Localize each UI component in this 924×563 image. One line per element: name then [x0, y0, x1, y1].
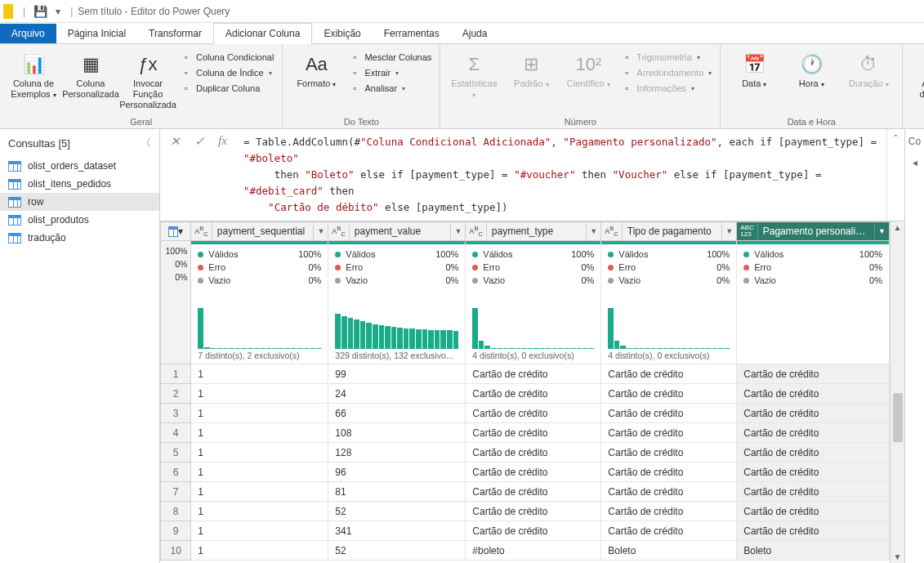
column-header[interactable]: ABCpayment_type▼ — [466, 222, 601, 241]
coluna-exemplos-button[interactable]: 📊Coluna deExemplos ▾ — [8, 47, 59, 101]
fx-icon[interactable]: fx — [218, 134, 227, 148]
table-row[interactable]: 41108Cartão de créditoCartão de créditoC… — [161, 423, 890, 443]
cell[interactable]: 1 — [191, 502, 328, 521]
tab-ajuda[interactable]: Ajuda — [451, 24, 499, 43]
column-header[interactable]: ABCpayment_sequential▼ — [191, 222, 328, 241]
cientifico-button[interactable]: 10²Científico ▾ — [563, 47, 614, 90]
cell[interactable]: Boleto — [601, 541, 737, 561]
row-number[interactable]: 9 — [161, 521, 191, 541]
column-header[interactable]: ABCpayment_value▼ — [328, 222, 466, 241]
extrair-button[interactable]: ▫Extrair — [348, 66, 431, 79]
cell[interactable]: Cartão de crédito — [737, 502, 890, 521]
cell[interactable]: Cartão de crédito — [601, 462, 737, 482]
cell[interactable]: 1 — [191, 443, 328, 462]
cell[interactable]: Cartão de crédito — [466, 404, 601, 423]
cell[interactable]: 1 — [191, 404, 328, 423]
cell[interactable]: Cartão de crédito — [737, 443, 890, 462]
formato-button[interactable]: AaFormato ▾ — [291, 47, 341, 90]
table-row[interactable]: 8152Cartão de créditoCartão de créditoCa… — [161, 502, 890, 521]
row-number[interactable]: 1 — [161, 364, 191, 384]
table-row[interactable]: 91341Cartão de créditoCartão de créditoC… — [161, 521, 890, 541]
cell[interactable]: 1 — [191, 482, 328, 502]
query-item[interactable]: row — [0, 193, 159, 211]
cell[interactable]: 52 — [328, 541, 466, 561]
row-number[interactable]: 8 — [161, 502, 191, 521]
scroll-down-icon[interactable]: ▼ — [891, 552, 904, 561]
cell[interactable]: Cartão de crédito — [466, 384, 601, 404]
estatisticas-button[interactable]: ΣEstatísticas ▾ — [449, 47, 499, 101]
table-row[interactable]: 10152#boletoBoletoBoleto — [161, 541, 890, 561]
cell[interactable]: Cartão de crédito — [601, 404, 737, 423]
tab-file[interactable]: Arquivo — [0, 24, 56, 43]
vertical-scrollbar[interactable]: ▲ ▼ — [890, 221, 904, 563]
table-row[interactable]: 2124Cartão de créditoCartão de créditoCa… — [161, 384, 890, 404]
query-item[interactable]: olist_itens_pedidos — [0, 175, 159, 193]
cell[interactable]: 1 — [191, 423, 328, 443]
cell[interactable]: Cartão de crédito — [466, 462, 601, 482]
tab-transformar[interactable]: Transformar — [137, 24, 213, 43]
column-header[interactable]: ABCTipo de pagamento▼ — [601, 222, 737, 241]
duplicar-coluna-button[interactable]: ▫Duplicar Coluna — [180, 82, 274, 95]
formula-text[interactable]: = Table.AddColumn(#"Coluna Condicional A… — [237, 129, 886, 221]
row-number[interactable]: 5 — [161, 443, 191, 462]
coluna-pers-button[interactable]: ▦ColunaPersonalizada — [65, 47, 116, 100]
cell[interactable]: Cartão de crédito — [601, 423, 737, 443]
cell[interactable]: Cartão de crédito — [466, 423, 601, 443]
cell[interactable]: 52 — [328, 502, 466, 521]
row-number[interactable]: 7 — [161, 482, 191, 502]
cell[interactable]: Cartão de crédito — [737, 462, 890, 482]
cell[interactable]: Cartão de crédito — [466, 482, 601, 502]
cell[interactable]: Cartão de crédito — [737, 482, 890, 502]
query-item[interactable]: olist_produtos — [0, 211, 159, 229]
scroll-up-icon[interactable]: ▲ — [891, 223, 904, 232]
column-filter-icon[interactable]: ▼ — [874, 222, 889, 240]
scroll-thumb[interactable] — [893, 393, 903, 442]
trigonometria-button[interactable]: ▫Trigonometria — [620, 51, 712, 64]
column-filter-icon[interactable]: ▼ — [721, 222, 736, 240]
query-item[interactable]: olist_orders_dataset — [0, 157, 159, 175]
column-type-icon[interactable]: ABC123 — [737, 222, 757, 240]
column-filter-icon[interactable]: ▼ — [586, 222, 600, 240]
save-icon[interactable]: 💾 — [33, 5, 47, 18]
collapse-formula-icon[interactable]: ˆ — [886, 129, 904, 221]
cell[interactable]: 96 — [328, 462, 466, 482]
expand-right-rail-icon[interactable]: ◂ — [913, 157, 917, 168]
cell[interactable]: Cartão de crédito — [601, 502, 737, 521]
cell[interactable]: Cartão de crédito — [466, 443, 601, 462]
cell[interactable]: 1 — [191, 384, 328, 404]
padrao-button[interactable]: ⊞Padrão ▾ — [506, 47, 556, 90]
tab-exibição[interactable]: Exibição — [312, 24, 372, 43]
arredondamento-button[interactable]: ▫Arredondamento — [620, 66, 712, 79]
mesclar-colunas-button[interactable]: ▫Mesclar Colunas — [348, 51, 431, 64]
cell[interactable]: Cartão de crédito — [601, 384, 737, 404]
cell[interactable]: 1 — [191, 462, 328, 482]
cell[interactable]: Cartão de crédito — [737, 384, 890, 404]
tab-ferramentas[interactable]: Ferramentas — [373, 24, 451, 43]
cell[interactable]: 108 — [328, 423, 466, 443]
cell[interactable]: 81 — [328, 482, 466, 502]
cell[interactable]: #boleto — [466, 541, 601, 561]
invocar-func-button[interactable]: ƒxInvocar FunçãoPersonalizada — [123, 47, 173, 110]
table-row[interactable]: 6196Cartão de créditoCartão de créditoCa… — [161, 462, 890, 482]
cell[interactable]: Cartão de crédito — [466, 364, 601, 384]
query-item[interactable]: tradução — [0, 229, 159, 247]
data-button[interactable]: 📅Data ▾ — [729, 47, 779, 90]
column-type-icon[interactable]: ABC — [191, 222, 212, 240]
data-grid[interactable]: ▾ ABCpayment_sequential▼ABCpayment_value… — [160, 221, 890, 561]
cell[interactable]: Cartão de crédito — [737, 423, 890, 443]
collapse-sidebar-icon[interactable]: 〈 — [141, 136, 151, 150]
cell[interactable]: 99 — [328, 364, 466, 384]
table-row[interactable]: 51128Cartão de créditoCartão de créditoC… — [161, 443, 890, 462]
cell[interactable]: Cartão de crédito — [466, 502, 601, 521]
cell[interactable]: Cartão de crédito — [466, 521, 601, 541]
cell[interactable]: Cartão de crédito — [737, 521, 890, 541]
column-type-icon[interactable]: ABC — [601, 222, 622, 240]
cell[interactable]: 1 — [191, 541, 328, 561]
row-number[interactable]: 4 — [161, 423, 191, 443]
column-type-icon[interactable]: ABC — [466, 222, 486, 240]
cell[interactable]: Cartão de crédito — [601, 521, 737, 541]
accept-formula-icon[interactable]: ✓ — [194, 134, 205, 149]
cancel-formula-icon[interactable]: ✕ — [170, 134, 181, 149]
column-header[interactable]: ABC123Pagamento personalizado▼ — [737, 222, 890, 241]
tab-adicionar-coluna[interactable]: Adicionar Coluna — [213, 23, 312, 44]
